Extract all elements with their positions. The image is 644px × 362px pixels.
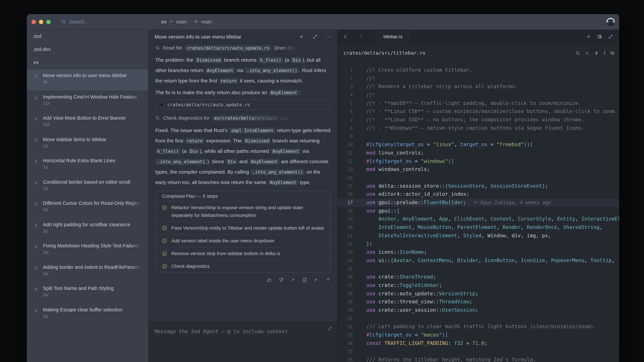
sidebar: zed zed.dev ex zMove version info to use… xyxy=(27,30,148,362)
markdown-export-button[interactable]: MD xyxy=(302,277,307,283)
split-pane-button[interactable] xyxy=(597,34,602,39)
agent-thread-icon: z xyxy=(33,180,38,185)
buffer-search-icon[interactable] xyxy=(576,50,580,55)
plan-step-label: Refactor VersionStrip to expose version … xyxy=(172,204,325,219)
local-branch-name[interactable]: main xyxy=(201,19,212,24)
code-line: 9 xyxy=(338,132,619,140)
scroll-to-top-button[interactable] xyxy=(325,277,331,283)
thread-item-time: 2w xyxy=(43,314,142,319)
breadcrumb[interactable]: crates/delta/src/titlebar.rs xyxy=(338,50,576,56)
fullscreen-button[interactable] xyxy=(608,34,613,39)
more-options-button[interactable]: ⋯ xyxy=(326,33,332,39)
thread-item-title: Different Cursor Colors for Read-Only Re… xyxy=(43,200,141,206)
check-circle-icon xyxy=(162,226,167,231)
thread-item-time: 1d xyxy=(43,144,142,148)
sidebar-thread-item[interactable]: zFixing Markdown Heading Style Test Fail… xyxy=(27,239,148,261)
check-circle-icon xyxy=(162,251,167,256)
code-line: 8//! - **Windows** — native-style captio… xyxy=(338,124,619,132)
sidebar-thread-item[interactable]: zAdd right padding for scrollbar clearan… xyxy=(27,218,148,239)
code-line: 11mod linux_controls; xyxy=(338,149,619,157)
code-line: 34const TRAFFIC_LIGHT_PADDING: f32 = 71.… xyxy=(338,339,619,347)
ai-assist-icon[interactable] xyxy=(585,50,590,55)
agent-thread-icon: z xyxy=(33,116,38,121)
code-line: 26use crate::ShareThread; xyxy=(338,273,619,281)
editor-settings-icon[interactable] xyxy=(610,50,615,55)
tool-call-read-file[interactable]: Read file crates/delta/src/auto_update.r… xyxy=(155,44,331,52)
thread-item-time: 2d xyxy=(43,207,142,212)
zed-window: Search... ex main / main zed zed.dev ex … xyxy=(27,14,619,362)
plan-step: Add version label inside the user menu d… xyxy=(156,234,330,247)
new-tab-button[interactable] xyxy=(586,34,591,39)
navigate-back-button[interactable] xyxy=(343,34,348,39)
remote-branch-name[interactable]: main xyxy=(176,19,187,24)
search-input[interactable]: Search... xyxy=(56,19,156,24)
sidebar-thread-item[interactable]: zSplit Tool Name and Path Styling2w xyxy=(27,282,148,303)
agent-thread-icon: z xyxy=(33,223,38,228)
code-lines[interactable]: 1//! Cross-platform custom titlebar.2//!… xyxy=(338,63,619,362)
plan-title[interactable]: Completed Plan — 5 steps xyxy=(156,191,330,201)
check-circle-icon xyxy=(162,264,167,269)
code-line: 32/// Left padding to clear macOS traffi… xyxy=(338,323,619,331)
search-icon xyxy=(62,19,66,24)
sidebar-thread-item[interactable]: zHorizontal Rule Extra Blank Lines1d xyxy=(27,154,148,175)
plan-step-label: Remove version strip from sidebar bottom… xyxy=(172,250,280,257)
close-window-button[interactable] xyxy=(32,19,36,24)
tab-titlebar-rs[interactable]: titlebar.rs xyxy=(374,30,412,43)
code-line: 36/// Returns the titlebar height, match… xyxy=(338,356,619,362)
plan-step-label: Pass VersionStrip entity to Titlebar and… xyxy=(172,224,324,232)
thread-list: zMove version info to user menu titlebar… xyxy=(27,69,148,325)
share-button[interactable] xyxy=(314,277,319,283)
code-line: 31 xyxy=(338,314,619,323)
composer-placeholder: Message the Zed Agent — @ to include con… xyxy=(155,329,288,335)
titlebar: Search... ex main / main xyxy=(27,14,619,30)
navigate-forward-button[interactable] xyxy=(358,34,364,39)
editor-pane: titlebar.rs crates/delta/src/titlebar.rs… xyxy=(338,30,619,362)
expand-composer-button[interactable] xyxy=(328,327,332,331)
git-branch-icon xyxy=(194,19,198,24)
thumbs-down-button[interactable] xyxy=(278,277,284,283)
code-line: 27use crate::ToggleSidebar; xyxy=(338,281,619,290)
sidebar-thread-item[interactable]: zMaking Escape clear buffer selection2w xyxy=(27,303,148,325)
sidebar-thread-item[interactable]: zAdd View More Button to Error Banner21h xyxy=(27,112,148,133)
code-line: 3//! Renders a titlebar strip across all… xyxy=(338,83,619,91)
thread-item-time: 2d xyxy=(43,229,142,233)
code-line: 1//! Cross-platform custom titlebar. xyxy=(338,66,619,74)
code-line: 13mod windows_controls; xyxy=(338,165,619,174)
user-avatar[interactable] xyxy=(606,17,615,26)
expand-panel-button[interactable] xyxy=(312,34,318,39)
tool-call-check-diagnostics[interactable]: Check diagnostics for ex/crates/delta/sr… xyxy=(155,114,331,122)
project-name[interactable]: ex xyxy=(161,19,166,24)
thumbs-up-button[interactable] xyxy=(267,277,272,283)
plan-step: Pass VersionStrip entity to Titlebar and… xyxy=(156,222,330,234)
tab-bar: titlebar.rs xyxy=(338,30,619,43)
assistant-message: The fix is to make the early return also… xyxy=(155,87,331,98)
sidebar-thread-item[interactable]: zMove version info to user menu titlebar… xyxy=(27,69,148,90)
new-thread-button[interactable] xyxy=(299,34,304,39)
sidebar-thread-item[interactable]: zConditional border based on editor scro… xyxy=(27,175,148,197)
code-line: 20 IntoElement, MouseButton, ParentEleme… xyxy=(338,223,619,231)
sidebar-thread-item[interactable]: zDifferent Cursor Colors for Read-Only R… xyxy=(27,197,148,218)
message-composer[interactable]: Message the Zed Agent — @ to include con… xyxy=(148,322,338,362)
zoom-window-button[interactable] xyxy=(46,19,51,24)
sidebar-thread-item[interactable]: zAdding border and indent to ReadFilePar… xyxy=(27,261,148,282)
agent-conversation: Read file crates/delta/src/auto_update.r… xyxy=(148,43,338,362)
edited-file-card[interactable]: crates/delta/src/auto_update.rs xyxy=(155,99,331,110)
sidebar-item-project-ex[interactable]: ex xyxy=(27,56,148,69)
code-line: 16use editor4::actor_id_color_index; xyxy=(338,190,619,198)
git-blame: Agus Zubiaga, 4 weeks ago xyxy=(474,198,551,207)
minimize-window-button[interactable] xyxy=(39,19,43,24)
code-line: 21 StatefulInteractiveElement, Styled, W… xyxy=(338,232,619,240)
sidebar-thread-item[interactable]: zImplementing Cmd-H Window Hide Feature2… xyxy=(27,90,148,112)
quick-actions-icon[interactable] xyxy=(594,50,599,55)
cursor-mode-icon[interactable]: I xyxy=(604,50,606,56)
search-placeholder: Search... xyxy=(69,19,88,24)
code-line: 4//! xyxy=(338,91,619,99)
open-thread-icon[interactable] xyxy=(290,277,296,283)
code-line: 30use crate::user_session::UserSession; xyxy=(338,306,619,314)
sidebar-item-project-zed-dev[interactable]: zed.dev xyxy=(27,43,148,56)
sidebar-thread-item[interactable]: zMove sidebar items to titlebar1d xyxy=(27,133,148,154)
code-line: 7//! - **Linux SSD** — no buttons; the c… xyxy=(338,116,619,124)
pencil-icon xyxy=(160,102,164,107)
sidebar-item-project-zed[interactable]: zed xyxy=(27,30,148,43)
plan-step: Refactor VersionStrip to expose version … xyxy=(156,201,330,222)
